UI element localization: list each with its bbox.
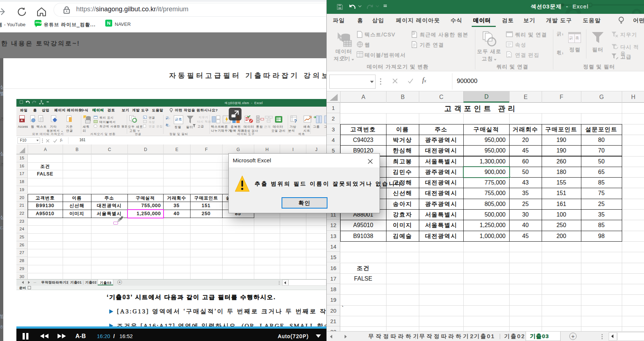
svg-text:?: ? [294, 118, 297, 123]
